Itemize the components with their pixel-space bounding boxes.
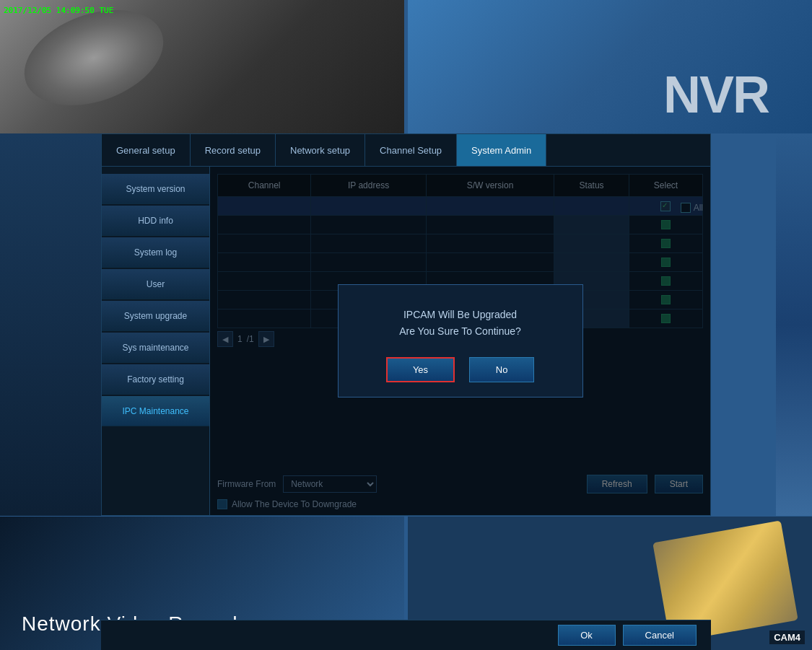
sidebar-item-hdd-info[interactable]: HDD info bbox=[102, 206, 209, 236]
ok-button[interactable]: Ok bbox=[558, 625, 616, 646]
nvr-logo: NVR bbox=[663, 65, 769, 124]
main-content: Channel IP address S/W version Status Se… bbox=[210, 167, 710, 515]
confirm-dialog-overlay: IPCAM Will Be Upgraded Are You Sure To C… bbox=[210, 167, 710, 515]
sidebar-item-system-version[interactable]: System version bbox=[102, 174, 209, 204]
footer-bar: Ok Cancel bbox=[101, 620, 711, 650]
confirm-dialog: IPCAM Will Be Upgraded Are You Sure To C… bbox=[338, 284, 583, 398]
dialog-buttons: Yes No bbox=[353, 357, 568, 382]
cam-label: CAM4 bbox=[769, 631, 805, 644]
sidebar-item-system-log[interactable]: System log bbox=[102, 237, 209, 268]
dialog-line2: Are You Sure To Continue? bbox=[353, 323, 568, 339]
dialog-yes-button[interactable]: Yes bbox=[386, 357, 455, 382]
tab-system-admin[interactable]: System Admin bbox=[457, 134, 546, 166]
content-area: System version HDD info System log User … bbox=[102, 167, 710, 515]
cam-feed-left bbox=[0, 133, 101, 516]
dialog-line1: IPCAM Will Be Upgraded bbox=[353, 307, 568, 322]
cam-feed-top-left: 2017/12/05 14:09:50 TUE bbox=[0, 0, 404, 133]
cam-feed-top-right: NVR bbox=[408, 0, 812, 133]
sidebar-item-user[interactable]: User bbox=[102, 269, 209, 299]
sidebar: System version HDD info System log User … bbox=[102, 167, 210, 515]
dialog-no-button[interactable]: No bbox=[469, 357, 534, 382]
settings-panel: General setup Record setup Network setup… bbox=[101, 133, 711, 516]
cancel-button[interactable]: Cancel bbox=[623, 625, 697, 646]
dialog-message: IPCAM Will Be Upgraded Are You Sure To C… bbox=[353, 307, 568, 339]
tab-record-setup[interactable]: Record setup bbox=[191, 134, 276, 166]
timestamp: 2017/12/05 14:09:50 TUE bbox=[4, 6, 113, 15]
tab-general-setup[interactable]: General setup bbox=[102, 134, 191, 166]
sidebar-item-factory-setting[interactable]: Factory setting bbox=[102, 364, 209, 395]
tab-network-setup[interactable]: Network setup bbox=[276, 134, 365, 166]
sidebar-item-ipc-maintenance[interactable]: IPC Maintenance bbox=[102, 396, 209, 426]
sidebar-item-sys-maintenance[interactable]: Sys maintenance bbox=[102, 333, 209, 363]
cam-feed-right bbox=[776, 133, 812, 516]
sidebar-item-system-upgrade[interactable]: System upgrade bbox=[102, 301, 209, 331]
tabs-bar: General setup Record setup Network setup… bbox=[102, 134, 710, 167]
tab-channel-setup[interactable]: Channel Setup bbox=[365, 134, 457, 166]
